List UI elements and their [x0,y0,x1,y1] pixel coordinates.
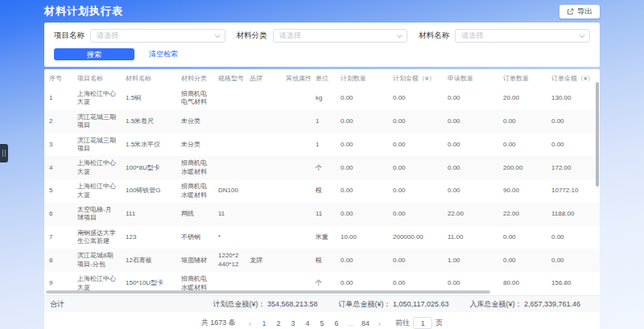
table-cell: 20.00 [498,87,547,110]
table-header-row: 序号项目名称材料名称材料分类规格型号品牌其他属性单位计划数量计划金额（¥）申请数… [44,69,600,87]
table-cell: 0.00 [388,87,443,110]
filter-field-2: 材料分类请选择 [237,29,408,43]
table-cell: 1 [311,134,336,157]
export-label: 导出 [577,6,592,17]
table-cell: 根 [311,179,336,203]
table-cell [245,134,281,157]
table-row: 3滨江花城三期项目1.5米水平仪未分类10.000.000.000.000.00 [44,134,600,157]
table-cell: 0.00 [336,134,388,157]
page-number-2[interactable]: 2 [273,317,285,329]
table-cell [245,203,281,226]
table-cell: 米重 [311,226,336,249]
table-cell [281,226,311,249]
table-cell: 0.00 [336,156,388,179]
screen: 材料计划执行表 导出 项目名称请选择材料分类请选择材料名称请选择 搜索 清空检索… [0,0,644,329]
chevron-down-icon [580,32,585,38]
table-cell [281,249,311,272]
table-cell [245,179,281,203]
summary-row: 合计 计划总金额(¥)： 354,568,213.58订单总金额(¥)： 1,0… [44,295,600,312]
table-row: 8滨江花城8期项目-分包12石膏板墙面辅材1220*2440*12龙牌根0.00… [44,249,600,272]
table-cell: 0.00 [336,249,388,272]
table-cell: 上海松江中心大厦 [72,179,121,203]
export-icon [567,8,574,15]
table-cell: 3 [44,134,72,157]
clear-search-link[interactable]: 清空检索 [149,49,178,60]
table-row: 5上海松江中心大厦100铸铁管G招商机电 水暖材料DN100根0.000.000… [44,179,600,203]
table-cell: DN100 [213,179,245,203]
table-cell: 22.00 [498,203,547,226]
table-cell: 12石膏板 [121,249,176,272]
filter-label: 材料名称 [419,31,449,41]
table-cell: 个 [311,156,336,179]
table-cell: 100*8U型卡 [121,156,176,179]
table-cell: 0.00 [443,156,498,179]
select-placeholder: 请选择 [461,31,483,41]
page-number-1[interactable]: 1 [258,317,270,329]
pagination-total: 共 1673 条 [201,318,236,328]
table-cell: 1188.00 [547,203,600,226]
goto-label: 前往 [395,318,410,328]
table-cell: 0.00 [336,110,388,134]
vertical-scrollbar[interactable] [596,82,599,187]
table-cell: 1.5铜 [121,87,176,110]
filter-row: 项目名称请选择材料分类请选择材料名称请选择 [54,29,590,43]
page-numbers: 123456...84 [258,317,372,329]
table-cell: 100铸铁管G [121,179,176,203]
pagination: 共 1673 条 ‹ 123456...84 › 前往 页 [44,312,600,329]
page-number-3[interactable]: 3 [287,317,299,329]
table-cell: kg [311,87,336,110]
next-page-button[interactable]: › [374,319,386,328]
table-cell: 130.00 [547,87,600,110]
table-cell: 0.00 [336,87,388,110]
horizontal-scrollbar[interactable] [46,290,490,294]
column-header: 项目名称 [72,69,121,87]
table-cell: 0.00 [388,134,443,157]
search-button[interactable]: 搜索 [54,48,134,60]
table-cell: 未分类 [176,110,213,134]
table-cell: 0.00 [498,249,547,272]
summary-label: 合计 [50,299,64,310]
table-cell: 1.00 [443,249,498,272]
prev-page-button[interactable]: ‹ [245,319,256,328]
page-number-4[interactable]: 4 [302,317,314,329]
summary-total-1: 计划总金额(¥)： 354,568,213.58 [213,299,317,310]
column-header: 单位 [311,69,336,87]
page-number-84[interactable]: 84 [360,317,372,329]
table-cell: 156.80 [547,272,600,295]
table-cell: 1220*2440*12 [213,249,245,272]
table-cell [213,110,245,134]
table-cell: 墙面辅材 [176,249,213,272]
table-card: 序号项目名称材料名称材料分类规格型号品牌其他属性单位计划数量计划金额（¥）申请数… [44,69,600,329]
filter-card: 项目名称请选择材料分类请选择材料名称请选择 搜索 清空检索 [44,23,600,67]
table-cell: 2 [44,110,72,134]
table-cell: 10.00 [336,226,388,249]
table-cell [281,134,311,157]
column-header: 品牌 [245,69,281,87]
filter-select-1[interactable]: 请选择 [90,29,225,43]
table-cell: 8 [44,249,72,272]
table-cell: 5 [44,179,72,203]
grip-icon [2,150,6,157]
table-cell: 0.00 [547,110,600,134]
table-row: 1上海松江中心大厦1.5铜招商机电 电气材料kg0.000.000.0020.0… [44,87,600,110]
table-cell: 1.5米卷尺 [121,110,176,134]
page-number-6[interactable]: 6 [331,317,343,329]
filter-field-3: 材料名称请选择 [419,29,590,43]
table-cell [281,87,311,110]
table-cell [245,226,281,249]
filter-field-1: 项目名称请选择 [54,29,225,43]
table-cell: * [213,226,245,249]
filter-select-3[interactable]: 请选择 [455,29,590,43]
table-cell: 0.00 [443,179,498,203]
goto-page-input[interactable] [413,317,432,329]
select-placeholder: 请选择 [97,31,118,41]
table-cell: 6 [44,203,72,226]
table-cell: 0.00 [498,134,547,157]
sidebar-toggle[interactable] [0,144,8,162]
export-button[interactable]: 导出 [559,5,600,19]
table-cell: 招商机电 水暖材料 [176,156,213,179]
page-number-5[interactable]: 5 [316,317,328,329]
column-header: 序号 [44,69,72,87]
table-cell: 网线 [176,203,213,226]
filter-select-2[interactable]: 请选择 [273,29,408,43]
